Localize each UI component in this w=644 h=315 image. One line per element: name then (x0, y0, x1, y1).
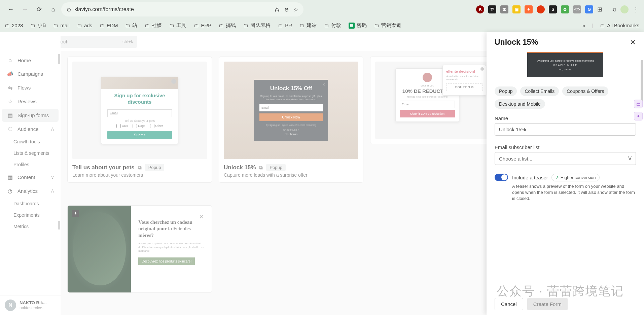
nav-reviews[interactable]: ☆Reviews (2, 95, 59, 108)
chevron-down-icon: ᐯ (51, 175, 54, 180)
bookmark-item[interactable]: 🗀付款 (324, 22, 341, 29)
cancel-button[interactable]: Cancel (495, 298, 523, 310)
bookmark-item[interactable]: 🗀小B (30, 22, 46, 29)
nav-home[interactable]: ⌂Home (2, 54, 59, 67)
teaser-toggle[interactable] (495, 174, 508, 181)
menu-icon[interactable]: ⋮ (633, 5, 639, 13)
forward-button[interactable]: → (19, 3, 31, 15)
ext-ball-icon[interactable] (537, 5, 545, 13)
nav-analytics[interactable]: ◔Analyticsᐱ (2, 184, 59, 198)
card-badge: Popup (266, 164, 286, 171)
site-info-icon[interactable]: ⊙ (67, 6, 71, 13)
tag[interactable]: Popup (495, 86, 517, 96)
template-card[interactable]: Sign up for exclusive discounts Tell us … (67, 57, 212, 183)
bookmarks-bar: 🗀2023 🗀小B 🗀mail 🗀ads 🗀EDM 🗀站 🗀社媒 🗀工具 🗀ER… (0, 19, 644, 32)
nav-signup-forms[interactable]: ▤Sign-up forms (2, 109, 59, 122)
sidebar: ⌂Home 📣Campaigns ⇆Flows ☆Reviews ▤Sign-u… (0, 32, 61, 315)
nav-flows[interactable]: ⇆Flows (2, 81, 59, 94)
ext-carrot-icon[interactable]: ✿ (561, 5, 569, 13)
app-container: klaviyo™ 🔍 Search ctrl+k ⌂Home 📣Campaign… (0, 32, 644, 315)
extensions-icon[interactable]: ⊞ (597, 6, 602, 13)
ext-klaviyo-icon[interactable]: K (476, 5, 484, 13)
template-card[interactable]: ✦ ✕ Vous cherchez un cadeau original pou… (67, 205, 212, 293)
bookmark-item[interactable]: 🗀PR (278, 23, 292, 28)
nav-metrics[interactable]: Metrics (0, 221, 61, 232)
profile-icon[interactable] (620, 5, 629, 13)
preview-mock: Sign up for exclusive discounts Tell us … (101, 77, 178, 144)
url-text: klaviyo.com/forms/create (74, 6, 134, 12)
close-icon: ✕ (199, 214, 204, 220)
home-icon: ⌂ (7, 57, 13, 63)
chevron-up-icon: ᐱ (51, 127, 54, 132)
bookmark-item[interactable]: 🗀ads (77, 23, 92, 28)
bookmark-item[interactable]: 🗀mail (53, 23, 70, 28)
note-icon[interactable]: ▤ (634, 100, 643, 108)
bookmark-item[interactable]: 🗀营销渠道 (374, 22, 401, 29)
tag[interactable]: Collect Emails (520, 86, 559, 96)
ext-fox-icon[interactable]: ✦ (525, 5, 533, 13)
card-subtitle: Learn more about your customers (72, 172, 207, 178)
ext-f-icon[interactable]: f? (488, 5, 496, 13)
nav-growth-tools[interactable]: Growth tools (0, 136, 61, 147)
close-icon (480, 67, 484, 71)
all-bookmarks[interactable]: 🗀All Bookmarks (600, 23, 639, 28)
translate-icon[interactable]: ⁂ (274, 6, 280, 13)
sparkle-icon[interactable]: ✦ (634, 112, 643, 120)
create-form-button[interactable]: Create Form (527, 298, 568, 310)
bookmark-item[interactable]: 🗀2023 (5, 23, 23, 28)
template-card[interactable]: ✕ Unlock 15% Off Sign up to our email li… (219, 57, 363, 183)
nav-dashboards[interactable]: Dashboards (0, 198, 61, 209)
list-select[interactable]: Choose a list... ᐯ (495, 152, 636, 165)
name-label: Name (495, 115, 636, 121)
sidebar-account[interactable]: N NAKTO Bik... naktoservice... (0, 295, 61, 315)
ext-pic-icon[interactable]: ▣ (512, 5, 521, 13)
bookmark-item[interactable]: 🗀ERP (194, 23, 211, 28)
chart-icon: ◔ (7, 188, 13, 194)
bookmark-item[interactable]: 🗀团队表格 (243, 22, 271, 29)
flow-icon: ⇆ (7, 84, 13, 91)
devices-icon: ⧉ (259, 165, 263, 171)
bookmark-item[interactable]: 🗀搞钱 (219, 22, 236, 29)
bookmark-item[interactable]: 🗀站 (125, 22, 137, 29)
ext-code-icon[interactable]: </> (573, 5, 581, 13)
ext-tb-icon[interactable]: tb (500, 5, 508, 13)
content-icon: ▦ (7, 174, 13, 180)
name-input[interactable] (495, 123, 636, 136)
zoom-icon[interactable]: ⊖ (284, 6, 289, 13)
nav-audience[interactable]: ⚇Audienceᐱ (2, 123, 59, 136)
bookmarks-overflow[interactable]: » (582, 23, 585, 28)
nav-campaigns[interactable]: 📣Campaigns (2, 67, 59, 80)
media-icon[interactable]: ♫ (612, 6, 617, 13)
bookmark-item[interactable]: ▦密码 (349, 22, 367, 29)
tag[interactable]: Desktop and Mobile (495, 99, 545, 109)
home-button[interactable]: ⌂ (47, 3, 59, 15)
scrollbar-thumb[interactable] (58, 54, 60, 64)
ext-s-icon[interactable]: S (549, 5, 557, 13)
nav-profiles[interactable]: Profiles (0, 159, 61, 170)
tag[interactable]: Coupons & Offers (562, 86, 608, 96)
create-form-panel: Unlock 15% ✕ By signing up I agree to re… (487, 32, 644, 315)
sparkle-icon: ✦ (72, 210, 79, 217)
address-bar[interactable]: ⊙ klaviyo.com/forms/create ⁂ ⊖ ☆ (61, 2, 303, 16)
account-name: NAKTO Bik... (20, 300, 47, 306)
close-button[interactable]: ✕ (630, 38, 636, 46)
nav-content[interactable]: ▦Contentᐯ (2, 171, 59, 184)
star-icon: ☆ (7, 98, 13, 105)
bookmark-item[interactable]: 🗀工具 (169, 22, 186, 29)
chevron-down-icon: ᐯ (628, 155, 632, 162)
floating-tools: ▤ ✦ (634, 100, 643, 120)
form-icon: ▤ (7, 112, 13, 118)
form-preview-thumb: By signing up I agree to receive email m… (527, 52, 603, 77)
nav-experiments[interactable]: Experiments (0, 210, 61, 220)
bookmark-item[interactable]: 🗀社媒 (145, 22, 162, 29)
scrollbar-thumb[interactable] (58, 221, 60, 230)
bookmark-item[interactable]: 🗀建站 (299, 22, 317, 29)
bookmark-star-icon[interactable]: ☆ (293, 6, 298, 13)
nav-lists-segments[interactable]: Lists & segments (0, 148, 61, 159)
chevron-up-icon: ᐱ (51, 189, 54, 194)
bookmark-item[interactable]: 🗀EDM (100, 23, 118, 28)
ext-gtranslate-icon[interactable]: G (585, 5, 593, 13)
card-badge: Popup (145, 164, 165, 171)
reload-button[interactable]: ⟳ (33, 3, 45, 15)
back-button[interactable]: ← (5, 3, 17, 15)
